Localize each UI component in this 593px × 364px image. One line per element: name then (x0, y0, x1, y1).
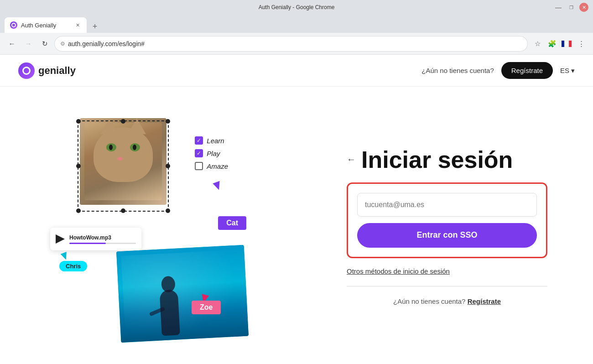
title-bar: Auth Genially - Google Chrome — ❐ ✕ (0, 0, 593, 15)
cursor-teal-icon (61, 252, 69, 261)
play-icon[interactable] (56, 234, 65, 244)
nav-actions: ☆ 🧩 ⋮ (531, 37, 588, 50)
address-bar[interactable]: ⚙ auth.genially.com/es/login# (55, 36, 527, 51)
login-title: Iniciar sesión (361, 146, 513, 173)
left-decoration: ✓ Learn ✓ Play Amaze Cat (27, 111, 265, 339)
language-selector[interactable]: ES ▾ (560, 67, 575, 75)
audio-progress-bar (69, 243, 136, 244)
back-button[interactable]: ← (5, 37, 18, 50)
header-right: ¿Aún no tienes cuenta? Regístrate ES ▾ (421, 62, 575, 79)
login-title-row: ← Iniciar sesión (347, 146, 513, 173)
menu-button[interactable]: ⋮ (575, 37, 588, 50)
selection-box (78, 120, 169, 212)
logo-text: genially (38, 65, 76, 77)
login-form-area: ← Iniciar sesión Entrar con SSO Otros mé… (347, 146, 566, 305)
lang-text: ES (560, 67, 569, 74)
header-question: ¿Aún no tienes cuenta? (421, 67, 494, 74)
checkbox-checked-icon: ✓ (195, 149, 203, 157)
checklist-label-amaze: Amaze (207, 162, 228, 170)
back-arrow-icon[interactable]: ← (347, 154, 356, 165)
window-title: Auth Genially - Google Chrome (259, 4, 335, 10)
checklist-label-learn: Learn (207, 137, 224, 145)
email-input[interactable] (357, 193, 537, 217)
checklist-label-play: Play (207, 150, 220, 157)
cursor-purple-icon (213, 181, 222, 191)
close-button[interactable]: ✕ (579, 3, 588, 12)
signup-row: ¿Aún no tienes cuenta? Regístrate (347, 297, 547, 305)
new-tab-button[interactable]: + (88, 20, 101, 33)
register-button[interactable]: Regístrate (501, 62, 553, 79)
checklist: ✓ Learn ✓ Play Amaze (195, 136, 228, 170)
checklist-item-learn: ✓ Learn (195, 136, 228, 145)
forward-button[interactable]: → (22, 37, 35, 50)
tab-favicon (10, 21, 17, 29)
corner-handle (166, 119, 170, 124)
signup-link[interactable]: Regístrate (468, 297, 501, 305)
tab-close-button[interactable]: ✕ (74, 21, 81, 29)
edge-handle (76, 164, 81, 168)
navigation-bar: ← → ↻ ⚙ auth.genially.com/es/login# ☆ 🧩 … (0, 33, 593, 55)
page-content: genially ¿Aún no tienes cuenta? Regístra… (0, 55, 593, 364)
divider (347, 286, 547, 286)
browser-window: Auth Genially - Google Chrome — ❐ ✕ Auth… (0, 0, 593, 364)
extensions-button[interactable]: 🧩 (546, 37, 558, 50)
sso-button[interactable]: Entrar con SSO (357, 223, 537, 248)
tabs-bar: Auth Genially ✕ + (0, 15, 593, 33)
cat-label: Cat (218, 216, 246, 230)
profile-button[interactable] (560, 37, 573, 50)
audio-title: HowtoWow.mp3 (69, 234, 136, 241)
logo-area: genially (18, 62, 76, 79)
edge-handle (166, 164, 170, 168)
ocean-image (116, 245, 249, 343)
url-text: auth.genially.com/es/login# (68, 40, 522, 47)
signup-question: ¿Aún no tienes cuenta? (393, 297, 465, 305)
zoe-label: Zoe (192, 301, 221, 314)
checkbox-unchecked-icon (195, 162, 203, 170)
corner-handle (76, 119, 81, 124)
reload-button[interactable]: ↻ (38, 37, 51, 50)
active-tab[interactable]: Auth Genially ✕ (5, 17, 87, 33)
bookmark-button[interactable]: ☆ (531, 37, 544, 50)
logo-inner-circle (22, 67, 31, 75)
checklist-item-play: ✓ Play (195, 149, 228, 157)
window-controls: — ❐ ✕ (554, 3, 588, 12)
checkbox-checked-icon: ✓ (195, 136, 203, 145)
other-methods-link[interactable]: Otros métodos de inicio de sesión (347, 267, 450, 275)
minimize-button[interactable]: — (554, 4, 563, 10)
corner-handle (166, 208, 170, 213)
audio-info: HowtoWow.mp3 (69, 234, 136, 244)
corner-handle (76, 208, 81, 213)
site-header: genially ¿Aún no tienes cuenta? Regístra… (0, 55, 593, 87)
audio-player: HowtoWow.mp3 (50, 228, 141, 250)
edge-handle (121, 208, 125, 213)
chris-label: Chris (59, 261, 87, 271)
login-box: Entrar con SSO (347, 182, 547, 258)
checklist-item-amaze: Amaze (195, 162, 228, 170)
logo-icon (18, 62, 35, 79)
chevron-down-icon: ▾ (571, 67, 575, 75)
edge-handle (121, 119, 125, 124)
maximize-button[interactable]: ❐ (567, 4, 576, 10)
tab-title: Auth Genially (21, 22, 70, 29)
main-area: ✓ Learn ✓ Play Amaze Cat (0, 87, 593, 364)
security-icon: ⚙ (60, 41, 65, 47)
cursor-teal: Chris (62, 253, 87, 271)
